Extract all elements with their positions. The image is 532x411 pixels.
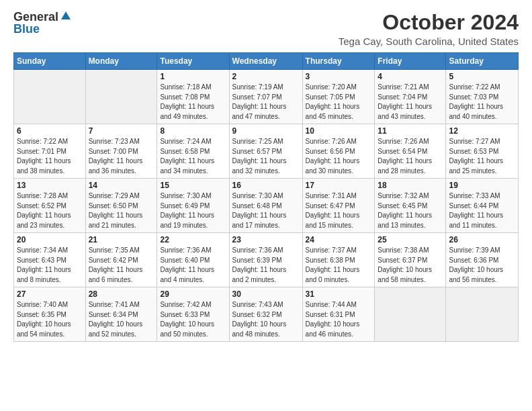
day-detail: Sunrise: 7:28 AM Sunset: 6:52 PM Dayligh… bbox=[17, 191, 83, 230]
logo: General Blue bbox=[13, 11, 72, 35]
day-number: 5 bbox=[449, 72, 515, 81]
day-detail: Sunrise: 7:32 AM Sunset: 6:45 PM Dayligh… bbox=[378, 191, 443, 230]
calendar-cell: 13Sunrise: 7:28 AM Sunset: 6:52 PM Dayli… bbox=[14, 179, 86, 233]
day-number: 29 bbox=[160, 289, 226, 299]
day-detail: Sunrise: 7:34 AM Sunset: 6:43 PM Dayligh… bbox=[17, 246, 83, 285]
day-number: 9 bbox=[232, 126, 300, 136]
calendar-cell: 27Sunrise: 7:40 AM Sunset: 6:35 PM Dayli… bbox=[14, 287, 86, 342]
day-number: 23 bbox=[232, 235, 300, 244]
day-detail: Sunrise: 7:43 AM Sunset: 6:32 PM Dayligh… bbox=[232, 300, 300, 339]
day-number: 13 bbox=[17, 181, 83, 190]
day-detail: Sunrise: 7:25 AM Sunset: 6:57 PM Dayligh… bbox=[232, 137, 300, 176]
day-detail: Sunrise: 7:44 AM Sunset: 6:31 PM Dayligh… bbox=[306, 300, 372, 339]
day-detail: Sunrise: 7:29 AM Sunset: 6:50 PM Dayligh… bbox=[89, 191, 154, 230]
calendar: SundayMondayTuesdayWednesdayThursdayFrid… bbox=[13, 52, 519, 342]
svg-marker-0 bbox=[61, 11, 71, 19]
day-number: 12 bbox=[449, 126, 515, 136]
calendar-cell: 7Sunrise: 7:23 AM Sunset: 7:00 PM Daylig… bbox=[85, 124, 157, 179]
day-of-week-header: Friday bbox=[375, 53, 446, 70]
day-detail: Sunrise: 7:20 AM Sunset: 7:05 PM Dayligh… bbox=[306, 83, 372, 122]
calendar-cell: 12Sunrise: 7:27 AM Sunset: 6:53 PM Dayli… bbox=[446, 124, 519, 179]
calendar-cell: 24Sunrise: 7:37 AM Sunset: 6:38 PM Dayli… bbox=[302, 233, 375, 287]
calendar-cell: 8Sunrise: 7:24 AM Sunset: 6:58 PM Daylig… bbox=[157, 124, 229, 179]
day-detail: Sunrise: 7:31 AM Sunset: 6:47 PM Dayligh… bbox=[306, 191, 372, 230]
day-detail: Sunrise: 7:19 AM Sunset: 7:07 PM Dayligh… bbox=[232, 83, 300, 122]
day-number: 26 bbox=[449, 235, 515, 244]
day-of-week-header: Thursday bbox=[302, 53, 375, 70]
day-detail: Sunrise: 7:38 AM Sunset: 6:37 PM Dayligh… bbox=[378, 246, 443, 285]
day-number: 31 bbox=[306, 289, 372, 299]
calendar-cell: 20Sunrise: 7:34 AM Sunset: 6:43 PM Dayli… bbox=[14, 233, 86, 287]
calendar-cell: 29Sunrise: 7:42 AM Sunset: 6:33 PM Dayli… bbox=[157, 287, 229, 342]
day-detail: Sunrise: 7:22 AM Sunset: 7:01 PM Dayligh… bbox=[17, 137, 83, 176]
day-detail: Sunrise: 7:24 AM Sunset: 6:58 PM Dayligh… bbox=[160, 137, 226, 176]
calendar-week-row: 20Sunrise: 7:34 AM Sunset: 6:43 PM Dayli… bbox=[14, 233, 519, 287]
calendar-cell: 25Sunrise: 7:38 AM Sunset: 6:37 PM Dayli… bbox=[375, 233, 446, 287]
calendar-cell: 6Sunrise: 7:22 AM Sunset: 7:01 PM Daylig… bbox=[14, 124, 86, 179]
calendar-cell: 18Sunrise: 7:32 AM Sunset: 6:45 PM Dayli… bbox=[375, 179, 446, 233]
calendar-week-row: 6Sunrise: 7:22 AM Sunset: 7:01 PM Daylig… bbox=[14, 124, 519, 179]
day-detail: Sunrise: 7:42 AM Sunset: 6:33 PM Dayligh… bbox=[160, 300, 226, 339]
day-detail: Sunrise: 7:39 AM Sunset: 6:36 PM Dayligh… bbox=[449, 246, 515, 285]
calendar-cell: 26Sunrise: 7:39 AM Sunset: 6:36 PM Dayli… bbox=[446, 233, 519, 287]
day-detail: Sunrise: 7:26 AM Sunset: 6:54 PM Dayligh… bbox=[378, 137, 443, 176]
day-number: 28 bbox=[89, 289, 154, 299]
day-number: 2 bbox=[232, 72, 300, 81]
day-number: 7 bbox=[89, 126, 154, 136]
calendar-cell bbox=[446, 287, 519, 342]
day-of-week-header: Tuesday bbox=[157, 53, 229, 70]
calendar-cell: 4Sunrise: 7:21 AM Sunset: 7:04 PM Daylig… bbox=[375, 70, 446, 124]
day-detail: Sunrise: 7:27 AM Sunset: 6:53 PM Dayligh… bbox=[449, 137, 515, 176]
day-detail: Sunrise: 7:37 AM Sunset: 6:38 PM Dayligh… bbox=[306, 246, 372, 285]
calendar-week-row: 27Sunrise: 7:40 AM Sunset: 6:35 PM Dayli… bbox=[14, 287, 519, 342]
calendar-cell: 22Sunrise: 7:36 AM Sunset: 6:40 PM Dayli… bbox=[157, 233, 229, 287]
day-detail: Sunrise: 7:30 AM Sunset: 6:49 PM Dayligh… bbox=[160, 191, 226, 230]
day-number: 3 bbox=[306, 72, 372, 81]
day-of-week-header: Saturday bbox=[446, 53, 519, 70]
calendar-cell: 28Sunrise: 7:41 AM Sunset: 6:34 PM Dayli… bbox=[85, 287, 157, 342]
calendar-cell bbox=[14, 70, 86, 124]
day-detail: Sunrise: 7:22 AM Sunset: 7:03 PM Dayligh… bbox=[449, 83, 515, 122]
calendar-cell: 16Sunrise: 7:30 AM Sunset: 6:48 PM Dayli… bbox=[229, 179, 302, 233]
calendar-cell: 30Sunrise: 7:43 AM Sunset: 6:32 PM Dayli… bbox=[229, 287, 302, 342]
day-number: 11 bbox=[378, 126, 443, 136]
day-number: 22 bbox=[160, 235, 226, 244]
calendar-cell: 21Sunrise: 7:35 AM Sunset: 6:42 PM Dayli… bbox=[85, 233, 157, 287]
calendar-cell: 11Sunrise: 7:26 AM Sunset: 6:54 PM Dayli… bbox=[375, 124, 446, 179]
day-number: 10 bbox=[306, 126, 372, 136]
day-number: 20 bbox=[17, 235, 83, 244]
day-number: 8 bbox=[160, 126, 226, 136]
day-number: 27 bbox=[17, 289, 83, 299]
calendar-week-row: 1Sunrise: 7:18 AM Sunset: 7:08 PM Daylig… bbox=[14, 70, 519, 124]
calendar-cell: 9Sunrise: 7:25 AM Sunset: 6:57 PM Daylig… bbox=[229, 124, 302, 179]
day-detail: Sunrise: 7:36 AM Sunset: 6:40 PM Dayligh… bbox=[160, 246, 226, 285]
calendar-cell: 1Sunrise: 7:18 AM Sunset: 7:08 PM Daylig… bbox=[157, 70, 229, 124]
day-of-week-header: Wednesday bbox=[229, 53, 302, 70]
day-number: 17 bbox=[306, 181, 372, 190]
calendar-cell: 31Sunrise: 7:44 AM Sunset: 6:31 PM Dayli… bbox=[302, 287, 375, 342]
subtitle: Tega Cay, South Carolina, United States bbox=[339, 36, 519, 47]
day-number: 16 bbox=[232, 181, 300, 190]
calendar-cell: 14Sunrise: 7:29 AM Sunset: 6:50 PM Dayli… bbox=[85, 179, 157, 233]
day-number: 14 bbox=[89, 181, 154, 190]
main-title: October 2024 bbox=[339, 11, 519, 34]
calendar-cell bbox=[85, 70, 157, 124]
day-number: 25 bbox=[378, 235, 443, 244]
day-detail: Sunrise: 7:40 AM Sunset: 6:35 PM Dayligh… bbox=[17, 300, 83, 339]
header: General Blue October 2024 Tega Cay, Sout… bbox=[13, 11, 519, 47]
day-detail: Sunrise: 7:23 AM Sunset: 7:00 PM Dayligh… bbox=[89, 137, 154, 176]
day-detail: Sunrise: 7:33 AM Sunset: 6:44 PM Dayligh… bbox=[449, 191, 515, 230]
calendar-header-row: SundayMondayTuesdayWednesdayThursdayFrid… bbox=[14, 53, 519, 70]
logo-general: General bbox=[13, 11, 58, 23]
page: General Blue October 2024 Tega Cay, Sout… bbox=[0, 0, 532, 353]
day-detail: Sunrise: 7:41 AM Sunset: 6:34 PM Dayligh… bbox=[89, 300, 154, 339]
calendar-cell bbox=[375, 287, 446, 342]
day-detail: Sunrise: 7:36 AM Sunset: 6:39 PM Dayligh… bbox=[232, 246, 300, 285]
title-block: October 2024 Tega Cay, South Carolina, U… bbox=[339, 11, 519, 47]
day-number: 1 bbox=[160, 72, 226, 81]
calendar-cell: 19Sunrise: 7:33 AM Sunset: 6:44 PM Dayli… bbox=[446, 179, 519, 233]
day-number: 30 bbox=[232, 289, 300, 299]
day-of-week-header: Monday bbox=[85, 53, 157, 70]
day-of-week-header: Sunday bbox=[14, 53, 86, 70]
calendar-cell: 23Sunrise: 7:36 AM Sunset: 6:39 PM Dayli… bbox=[229, 233, 302, 287]
